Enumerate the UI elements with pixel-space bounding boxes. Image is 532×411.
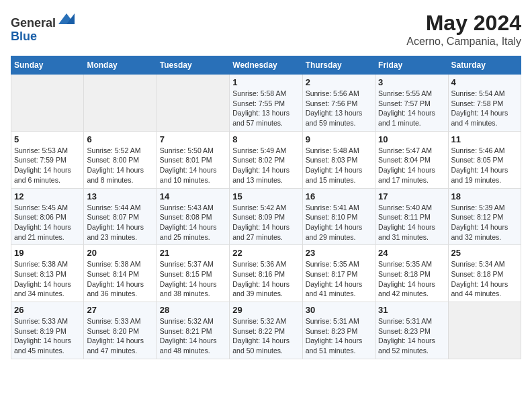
day-info: Sunrise: 5:38 AMSunset: 8:13 PMDaylight:… <box>14 259 81 299</box>
day-number: 17 <box>378 191 445 201</box>
day-number: 12 <box>14 191 81 201</box>
day-number: 28 <box>160 305 226 315</box>
day-info: Sunrise: 5:43 AMSunset: 8:08 PMDaylight:… <box>160 203 226 242</box>
day-number: 22 <box>232 248 299 258</box>
calendar-cell: 20Sunrise: 5:38 AMSunset: 8:14 PMDayligh… <box>84 245 157 302</box>
calendar-cell: 14Sunrise: 5:43 AMSunset: 8:08 PMDayligh… <box>157 188 229 245</box>
day-number: 2 <box>306 77 372 87</box>
calendar-cell: 15Sunrise: 5:42 AMSunset: 8:09 PMDayligh… <box>230 188 302 245</box>
day-number: 23 <box>306 248 372 258</box>
day-info: Sunrise: 5:52 AMSunset: 8:00 PMDaylight:… <box>87 146 153 185</box>
day-number: 16 <box>306 191 372 201</box>
day-number: 5 <box>14 134 81 144</box>
day-info: Sunrise: 5:31 AMSunset: 8:23 PMDaylight:… <box>306 316 372 356</box>
day-info: Sunrise: 5:45 AMSunset: 8:06 PMDaylight:… <box>14 203 81 242</box>
calendar-cell: 11Sunrise: 5:46 AMSunset: 8:05 PMDayligh… <box>448 131 521 188</box>
calendar-week-2: 12Sunrise: 5:45 AMSunset: 8:06 PMDayligh… <box>11 188 521 245</box>
calendar-cell: 19Sunrise: 5:38 AMSunset: 8:13 PMDayligh… <box>11 245 84 302</box>
day-number: 26 <box>14 305 81 315</box>
calendar-cell: 29Sunrise: 5:32 AMSunset: 8:22 PMDayligh… <box>230 302 302 359</box>
weekday-header-sunday: Sunday <box>11 56 84 75</box>
day-number: 24 <box>378 248 445 258</box>
calendar-table: SundayMondayTuesdayWednesdayThursdayFrid… <box>11 56 521 359</box>
day-number: 31 <box>378 305 445 315</box>
day-info: Sunrise: 5:36 AMSunset: 8:16 PMDaylight:… <box>232 259 299 299</box>
header-row: SundayMondayTuesdayWednesdayThursdayFrid… <box>11 56 521 75</box>
day-number: 18 <box>451 191 518 201</box>
calendar-cell <box>448 302 521 359</box>
day-info: Sunrise: 5:42 AMSunset: 8:09 PMDaylight:… <box>232 203 299 242</box>
day-number: 15 <box>232 191 299 201</box>
calendar-cell: 8Sunrise: 5:49 AMSunset: 8:02 PMDaylight… <box>230 131 302 188</box>
day-info: Sunrise: 5:35 AMSunset: 8:17 PMDaylight:… <box>306 259 372 299</box>
calendar-cell <box>84 75 157 132</box>
day-info: Sunrise: 5:53 AMSunset: 7:59 PMDaylight:… <box>14 146 81 185</box>
weekday-header-wednesday: Wednesday <box>230 56 302 75</box>
day-info: Sunrise: 5:47 AMSunset: 8:04 PMDaylight:… <box>378 146 445 185</box>
day-info: Sunrise: 5:58 AMSunset: 7:55 PMDaylight:… <box>232 89 299 128</box>
calendar-cell: 30Sunrise: 5:31 AMSunset: 8:23 PMDayligh… <box>302 302 375 359</box>
calendar-week-1: 5Sunrise: 5:53 AMSunset: 7:59 PMDaylight… <box>11 131 521 188</box>
day-info: Sunrise: 5:40 AMSunset: 8:11 PMDaylight:… <box>378 203 445 242</box>
day-info: Sunrise: 5:55 AMSunset: 7:57 PMDaylight:… <box>378 89 445 128</box>
day-number: 1 <box>232 77 299 87</box>
calendar-cell: 5Sunrise: 5:53 AMSunset: 7:59 PMDaylight… <box>11 131 84 188</box>
calendar-cell: 13Sunrise: 5:44 AMSunset: 8:07 PMDayligh… <box>84 188 157 245</box>
calendar-cell: 26Sunrise: 5:33 AMSunset: 8:19 PMDayligh… <box>11 302 84 359</box>
calendar-cell: 6Sunrise: 5:52 AMSunset: 8:00 PMDaylight… <box>84 131 157 188</box>
day-number: 6 <box>87 134 153 144</box>
day-number: 20 <box>87 248 153 258</box>
weekday-header-monday: Monday <box>84 56 157 75</box>
day-number: 10 <box>378 134 445 144</box>
calendar-week-3: 19Sunrise: 5:38 AMSunset: 8:13 PMDayligh… <box>11 245 521 302</box>
calendar-cell: 7Sunrise: 5:50 AMSunset: 8:01 PMDaylight… <box>157 131 229 188</box>
calendar-cell: 1Sunrise: 5:58 AMSunset: 7:55 PMDaylight… <box>230 75 302 132</box>
day-number: 11 <box>451 134 518 144</box>
day-info: Sunrise: 5:44 AMSunset: 8:07 PMDaylight:… <box>87 203 153 242</box>
day-info: Sunrise: 5:54 AMSunset: 7:58 PMDaylight:… <box>451 89 518 128</box>
calendar-cell: 23Sunrise: 5:35 AMSunset: 8:17 PMDayligh… <box>302 245 375 302</box>
calendar-cell: 16Sunrise: 5:41 AMSunset: 8:10 PMDayligh… <box>302 188 375 245</box>
day-info: Sunrise: 5:48 AMSunset: 8:03 PMDaylight:… <box>306 146 372 185</box>
calendar-cell: 3Sunrise: 5:55 AMSunset: 7:57 PMDaylight… <box>375 75 448 132</box>
day-number: 4 <box>451 77 518 87</box>
day-info: Sunrise: 5:39 AMSunset: 8:12 PMDaylight:… <box>451 203 518 242</box>
day-info: Sunrise: 5:49 AMSunset: 8:02 PMDaylight:… <box>232 146 299 185</box>
day-number: 14 <box>160 191 226 201</box>
logo: General Blue <box>11 11 76 44</box>
calendar-cell: 12Sunrise: 5:45 AMSunset: 8:06 PMDayligh… <box>11 188 84 245</box>
calendar-cell <box>11 75 84 132</box>
weekday-header-friday: Friday <box>375 56 448 75</box>
day-number: 9 <box>306 134 372 144</box>
calendar-cell: 10Sunrise: 5:47 AMSunset: 8:04 PMDayligh… <box>375 131 448 188</box>
day-info: Sunrise: 5:34 AMSunset: 8:18 PMDaylight:… <box>451 259 518 299</box>
day-info: Sunrise: 5:50 AMSunset: 8:01 PMDaylight:… <box>160 146 226 185</box>
day-info: Sunrise: 5:38 AMSunset: 8:14 PMDaylight:… <box>87 259 153 299</box>
weekday-header-tuesday: Tuesday <box>157 56 229 75</box>
calendar-cell: 4Sunrise: 5:54 AMSunset: 7:58 PMDaylight… <box>448 75 521 132</box>
page-header: General Blue May 2024 Acerno, Campania, … <box>11 11 521 48</box>
weekday-header-saturday: Saturday <box>448 56 521 75</box>
day-info: Sunrise: 5:32 AMSunset: 8:21 PMDaylight:… <box>160 316 226 356</box>
calendar-cell: 31Sunrise: 5:31 AMSunset: 8:23 PMDayligh… <box>375 302 448 359</box>
calendar-cell: 21Sunrise: 5:37 AMSunset: 8:15 PMDayligh… <box>157 245 229 302</box>
calendar-cell <box>157 75 229 132</box>
calendar-cell: 27Sunrise: 5:33 AMSunset: 8:20 PMDayligh… <box>84 302 157 359</box>
day-info: Sunrise: 5:37 AMSunset: 8:15 PMDaylight:… <box>160 259 226 299</box>
calendar-cell: 25Sunrise: 5:34 AMSunset: 8:18 PMDayligh… <box>448 245 521 302</box>
weekday-header-thursday: Thursday <box>302 56 375 75</box>
day-number: 21 <box>160 248 226 258</box>
day-number: 3 <box>378 77 445 87</box>
day-number: 13 <box>87 191 153 201</box>
calendar-cell: 24Sunrise: 5:35 AMSunset: 8:18 PMDayligh… <box>375 245 448 302</box>
calendar-week-4: 26Sunrise: 5:33 AMSunset: 8:19 PMDayligh… <box>11 302 521 359</box>
calendar-cell: 28Sunrise: 5:32 AMSunset: 8:21 PMDayligh… <box>157 302 229 359</box>
calendar-week-0: 1Sunrise: 5:58 AMSunset: 7:55 PMDaylight… <box>11 75 521 132</box>
calendar-cell: 18Sunrise: 5:39 AMSunset: 8:12 PMDayligh… <box>448 188 521 245</box>
logo-icon <box>57 11 76 27</box>
day-info: Sunrise: 5:56 AMSunset: 7:56 PMDaylight:… <box>306 89 372 128</box>
page-title: May 2024 <box>406 11 521 36</box>
day-info: Sunrise: 5:33 AMSunset: 8:20 PMDaylight:… <box>87 316 153 356</box>
day-info: Sunrise: 5:32 AMSunset: 8:22 PMDaylight:… <box>232 316 299 356</box>
day-number: 25 <box>451 248 518 258</box>
